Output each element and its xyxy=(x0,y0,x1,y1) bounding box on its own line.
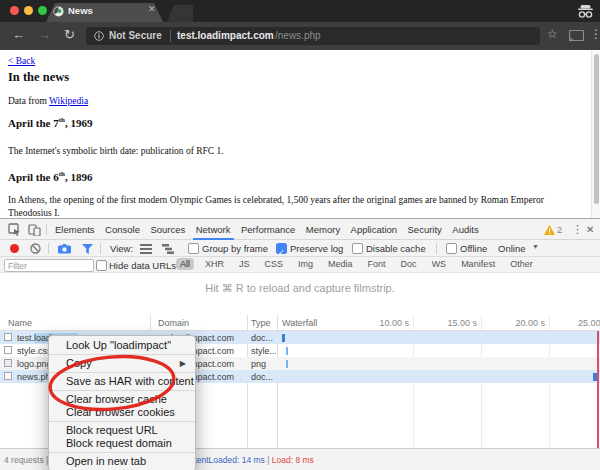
minimize-traffic-light[interactable] xyxy=(24,6,33,15)
browser-window: News ✕ ← → ↻ Not Secure test.loadimpact.… xyxy=(0,0,600,470)
new-tab-button[interactable] xyxy=(167,5,193,22)
menu-separator xyxy=(49,354,195,355)
request-type: doc... xyxy=(251,333,276,343)
filter-img[interactable]: Img xyxy=(294,258,317,270)
time-tick: 20.00 s xyxy=(485,318,545,328)
offline-checkbox[interactable] xyxy=(446,243,457,254)
filter-input[interactable] xyxy=(4,259,94,272)
time-tick: 10.00 s xyxy=(349,318,409,328)
clear-icon[interactable] xyxy=(30,243,41,254)
page-title: In the news xyxy=(8,70,69,85)
tab-performance[interactable]: Performance xyxy=(238,220,298,238)
menu-item-clear-browser-cookies[interactable]: Clear browser cookies xyxy=(49,406,195,419)
info-icon[interactable] xyxy=(94,31,104,41)
menu-separator xyxy=(49,452,195,453)
tab-audits[interactable]: Audits xyxy=(449,220,481,238)
disable-cache-checkbox[interactable] xyxy=(352,243,363,254)
filter-funnel-icon[interactable] xyxy=(82,244,93,254)
filter-xhr[interactable]: XHR xyxy=(201,258,228,270)
filter-media[interactable]: Media xyxy=(324,258,357,270)
stylesheet-icon xyxy=(4,346,12,354)
tab-console[interactable]: Console xyxy=(102,220,143,238)
menu-item-look-up[interactable]: Look Up "loadimpact" xyxy=(49,339,195,352)
column-header-waterfall[interactable]: Waterfall xyxy=(282,318,317,328)
article-heading: April the 6th, 1896 xyxy=(8,170,92,183)
time-tick: 25.00 s xyxy=(578,318,600,328)
page-scrollbar[interactable] xyxy=(591,50,600,218)
column-header-domain[interactable]: Domain xyxy=(158,318,189,328)
column-header-type[interactable]: Type xyxy=(251,318,271,328)
filter-js[interactable]: JS xyxy=(235,258,254,270)
filter-manifest[interactable]: Manifest xyxy=(457,258,499,270)
network-filter-row: Hide data URLs All XHR JS CSS Img Media … xyxy=(0,257,600,273)
close-traffic-light[interactable] xyxy=(10,6,19,15)
bookmark-star-icon[interactable]: ☆ xyxy=(547,27,558,41)
group-by-frame-label: Group by frame xyxy=(202,243,268,254)
filter-other[interactable]: Other xyxy=(506,258,537,270)
waterfall-view-icon[interactable] xyxy=(162,244,174,254)
menu-item-save-as-har[interactable]: Save as HAR with content xyxy=(49,375,195,388)
tab-elements[interactable]: Elements xyxy=(52,220,98,238)
capture-screenshots-icon[interactable] xyxy=(58,244,71,254)
request-type: style... xyxy=(251,346,276,356)
article-heading: April the 7th, 1969 xyxy=(8,116,92,129)
filter-doc[interactable]: Doc xyxy=(397,258,421,270)
menu-item-open-in-new-tab[interactable]: Open in new tab xyxy=(49,455,195,468)
menu-item-block-request-domain[interactable]: Block request domain xyxy=(49,437,195,450)
url-separator xyxy=(170,30,171,42)
large-rows-icon[interactable] xyxy=(140,244,152,254)
tab-close-icon[interactable]: ✕ xyxy=(148,4,156,14)
preserve-log-label: Preserve log xyxy=(290,243,343,254)
disable-cache-label: Disable cache xyxy=(366,243,426,254)
warning-icon[interactable] xyxy=(544,225,555,235)
url-field[interactable]: Not Secure test.loadimpact.com /news.php xyxy=(86,27,540,45)
hide-data-urls-checkbox[interactable] xyxy=(96,260,107,271)
menu-item-block-request-url[interactable]: Block request URL xyxy=(49,424,195,437)
filter-css[interactable]: CSS xyxy=(261,258,288,270)
tab-security[interactable]: Security xyxy=(405,220,445,238)
page-content: < Back In the news Data from Wikipedia A… xyxy=(0,50,600,218)
back-link[interactable]: < Back xyxy=(8,56,35,66)
menu-item-copy[interactable]: Copy▶ xyxy=(49,357,195,370)
document-icon xyxy=(4,372,12,380)
tab-network[interactable]: Network xyxy=(193,220,234,240)
menu-item-clear-browser-cache[interactable]: Clear browser cache xyxy=(49,393,195,406)
image-icon xyxy=(4,359,12,367)
wikipedia-link[interactable]: Wikipedia xyxy=(49,96,88,106)
devtools-close-icon[interactable]: ✕ xyxy=(586,224,594,235)
back-icon[interactable]: ← xyxy=(12,27,25,42)
submenu-arrow-icon: ▶ xyxy=(180,357,186,370)
browser-menu-icon[interactable]: ⋮ xyxy=(590,27,600,41)
menu-separator xyxy=(49,390,195,391)
toolbar-separator xyxy=(48,243,49,254)
inspect-element-icon[interactable] xyxy=(8,223,21,236)
load-time: Load: 8 ms xyxy=(272,455,314,465)
forward-icon[interactable]: → xyxy=(38,27,51,42)
site-favicon xyxy=(53,6,64,17)
filter-type-pills: All XHR JS CSS Img Media Font Doc WS Man… xyxy=(176,258,537,270)
titlebar: News ✕ xyxy=(0,0,600,22)
filter-font[interactable]: Font xyxy=(364,258,390,270)
record-button[interactable] xyxy=(10,244,19,253)
device-toolbar-icon[interactable] xyxy=(28,223,41,236)
request-name: logo.png xyxy=(17,359,52,369)
filter-all[interactable]: All xyxy=(176,258,194,270)
article-body: The Internet's symbolic birth date: publ… xyxy=(8,146,224,156)
tab-application[interactable]: Application xyxy=(348,220,400,238)
view-label: View: xyxy=(110,243,133,254)
warning-count[interactable]: 2 xyxy=(557,224,562,235)
waterfall-bar xyxy=(282,334,285,342)
scrollbar-thumb[interactable] xyxy=(594,54,599,204)
reload-icon[interactable]: ↻ xyxy=(64,27,75,42)
filter-ws[interactable]: WS xyxy=(428,258,451,270)
tab-memory[interactable]: Memory xyxy=(303,220,343,238)
tab-sources[interactable]: Sources xyxy=(147,220,188,238)
devtools-menu-icon[interactable]: ⋮ xyxy=(572,223,583,236)
preserve-log-checkbox[interactable] xyxy=(276,243,287,254)
group-by-frame-checkbox[interactable] xyxy=(188,243,199,254)
throttling-select[interactable]: Online xyxy=(498,243,525,254)
zoom-traffic-light[interactable] xyxy=(38,6,47,15)
url-host: test.loadimpact.com xyxy=(177,30,274,41)
cast-icon[interactable] xyxy=(569,30,584,42)
column-header-name[interactable]: Name xyxy=(8,318,32,328)
